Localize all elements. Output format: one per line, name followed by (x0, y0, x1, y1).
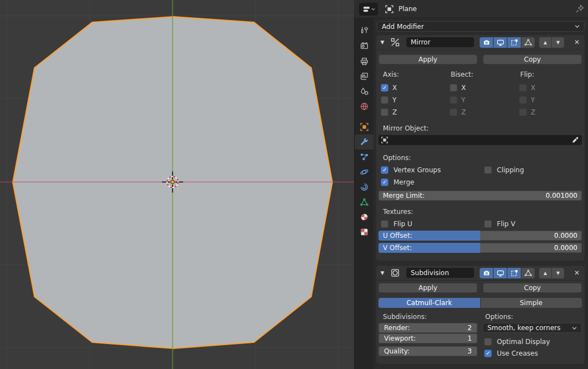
modifier-name-text: Subdivision (411, 269, 449, 277)
options-section-label: Options: (383, 154, 411, 162)
optimal-display-checkbox[interactable] (484, 338, 492, 346)
use-creases-label: Use Creases (497, 350, 538, 357)
axis-column-label: Axis: (383, 71, 399, 78)
viewport-3d[interactable] (0, 0, 354, 369)
flip-u-label: Flip U (393, 220, 412, 228)
chevron-down-icon (575, 24, 580, 29)
quality-value: 3 (467, 347, 472, 355)
flip-z-label: Z (531, 108, 535, 116)
tab-modifiers[interactable] (355, 134, 374, 149)
camera-icon (482, 38, 491, 47)
bisect-z-checkbox (450, 108, 457, 116)
move-modifier-up-button[interactable] (539, 37, 551, 48)
expand-toggle-icon[interactable] (376, 270, 388, 276)
tab-texture[interactable] (355, 225, 374, 240)
render-label: Render: (384, 324, 410, 332)
tab-render[interactable] (355, 38, 374, 53)
move-modifier-down-button[interactable] (552, 268, 564, 278)
v-offset-slider[interactable]: V Offset: 0.0000 (378, 243, 582, 253)
tab-object-data[interactable] (355, 195, 374, 210)
object-origin-dot (171, 180, 174, 183)
tab-particles[interactable] (355, 149, 374, 164)
tab-object[interactable] (355, 119, 374, 134)
merge-checkbox[interactable] (381, 178, 388, 186)
tab-material[interactable] (355, 210, 374, 225)
mirror-apply-button[interactable]: Apply (378, 54, 477, 64)
show-editmode-toggle[interactable] (507, 37, 521, 48)
bisect-x-checkbox[interactable] (450, 84, 457, 92)
render-icon (360, 41, 369, 51)
axis-z-checkbox[interactable] (381, 108, 388, 116)
subdivision-panel-header: Subdivision (376, 266, 585, 281)
display-toggles (480, 37, 535, 48)
uv-smooth-dropdown[interactable]: Smooth, keep corners (482, 323, 582, 333)
pin-icon[interactable] (575, 4, 584, 13)
tab-world[interactable] (355, 99, 374, 114)
flip-column-label: Flip: (520, 71, 534, 78)
subdivision-modifier-icon (390, 268, 400, 278)
tab-scene[interactable] (355, 84, 374, 99)
subdivision-apply-button[interactable]: Apply (378, 283, 477, 293)
delete-modifier-button[interactable] (574, 38, 580, 46)
viewport-subdivisions-field[interactable]: Viewport: 1 (378, 333, 477, 343)
show-on-cage-toggle[interactable] (521, 37, 535, 48)
tab-output[interactable] (355, 54, 374, 69)
bisect-x-label: X (461, 84, 466, 92)
tab-view-layer[interactable] (355, 69, 374, 84)
breadcrumb-object-name[interactable]: Plane (398, 5, 417, 13)
view-layer-icon (360, 72, 369, 81)
mirror-copy-button[interactable]: Copy (483, 54, 582, 64)
subdivision-copy-button[interactable]: Copy (483, 283, 582, 293)
eyedropper-icon[interactable] (571, 136, 579, 144)
move-modifier-up-button[interactable] (539, 268, 551, 278)
editor-type-button[interactable] (359, 3, 378, 16)
modifier-name-field[interactable]: Subdivision (406, 268, 474, 278)
v-offset-value: 0.0000 (554, 244, 577, 252)
catmull-clark-option[interactable]: Catmull-Clark (378, 298, 480, 308)
show-viewport-toggle[interactable] (494, 37, 507, 48)
show-editmode-toggle[interactable] (507, 268, 521, 278)
tab-constraints[interactable] (355, 179, 374, 195)
editmode-icon (510, 269, 519, 277)
modifier-name-field[interactable]: Mirror (406, 37, 474, 47)
flip-u-checkbox[interactable] (381, 220, 388, 228)
merge-limit-value: 0.001000 (546, 192, 577, 200)
show-render-toggle[interactable] (480, 37, 493, 48)
merge-limit-slider[interactable]: Merge Limit: 0.001000 (378, 191, 582, 201)
quality-field[interactable]: Quality: 3 (378, 346, 477, 356)
axis-x-label: X (392, 84, 397, 92)
properties-header: Plane (354, 0, 588, 18)
add-modifier-label: Add Modifier (382, 23, 575, 31)
tab-physics[interactable] (355, 164, 374, 179)
show-viewport-toggle[interactable] (494, 268, 507, 278)
merge-limit-label: Merge Limit: (383, 192, 425, 200)
move-modifier-down-button[interactable] (552, 37, 564, 48)
modifiers-icon (360, 137, 369, 147)
chevron-down-icon (371, 7, 375, 11)
properties-editor: Add Modifier Mirror Apply Copy Axis: (373, 18, 588, 369)
show-on-cage-toggle[interactable] (521, 268, 535, 278)
axis-x-checkbox[interactable] (381, 84, 388, 92)
object-icon (360, 122, 369, 132)
axis-y-checkbox[interactable] (381, 96, 388, 104)
subdivision-algorithm-segmented: Catmull-Clark Simple (378, 298, 582, 308)
subdivision-modifier-panel: Subdivision Apply Copy Catmull-Clark Sim… (376, 266, 585, 364)
show-render-toggle[interactable] (480, 268, 493, 278)
object-mesh-icon (385, 4, 394, 14)
expand-toggle-icon[interactable] (376, 39, 388, 45)
use-creases-checkbox[interactable] (484, 350, 492, 357)
vertex-groups-checkbox[interactable] (381, 166, 388, 174)
tab-tool[interactable] (355, 23, 374, 38)
cage-vertices-icon (524, 38, 532, 47)
simple-option[interactable]: Simple (481, 298, 582, 308)
flip-v-checkbox[interactable] (484, 220, 492, 228)
physics-icon (360, 167, 369, 177)
render-subdivisions-field[interactable]: Render: 2 (378, 323, 477, 333)
flip-y-checkbox (519, 96, 527, 104)
u-offset-value: 0.0000 (554, 232, 577, 240)
clipping-checkbox[interactable] (484, 166, 492, 174)
add-modifier-dropdown[interactable]: Add Modifier (377, 21, 585, 32)
delete-modifier-button[interactable] (574, 269, 580, 277)
u-offset-slider[interactable]: U Offset: 0.0000 (378, 231, 582, 241)
mirror-object-field[interactable] (378, 135, 582, 145)
